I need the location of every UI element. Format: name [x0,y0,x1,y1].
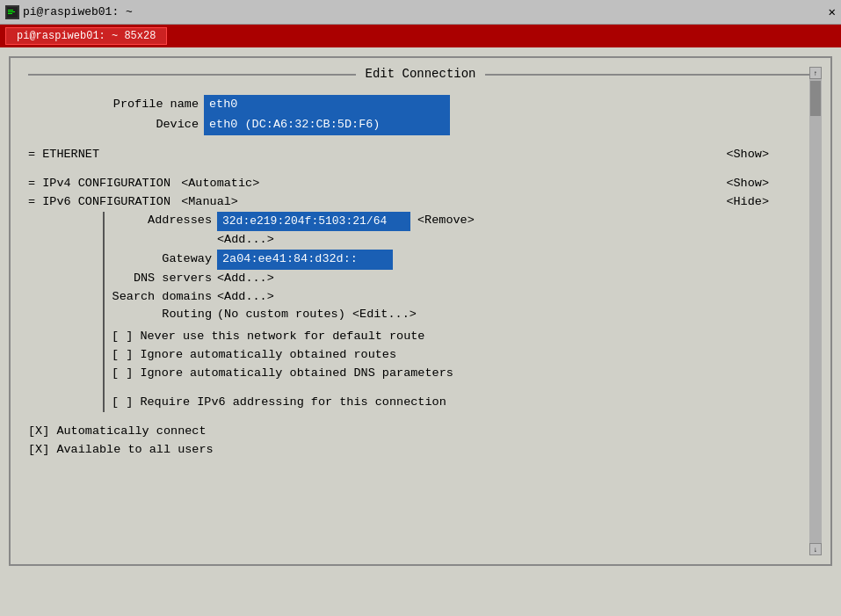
require-ipv6-row: [ ] Require IPv6 addressing for this con… [112,394,813,412]
ethernet-show[interactable]: <Show> [726,146,769,164]
dialog-title-bar: Edit Connection [28,67,813,81]
ipv6-content: Addresses 32d:e219:204f:5103:21/64 <Remo… [103,212,813,412]
terminal-area: Edit Connection Profile name eth0 Device… [0,47,841,616]
window: pi@raspiweb01: ~ ✕ pi@raspiweb01: ~ 85x2… [0,0,841,616]
addresses-value[interactable]: 32d:e219:204f:5103:21/64 [217,212,410,231]
profile-name-value[interactable]: eth0 [204,95,450,115]
ipv4-header: = IPv4 CONFIGURATION <Automatic> [28,175,259,193]
ignore-routes-checkbox[interactable]: [ ] Ignore automatically obtained routes [112,346,396,365]
ipv4-section: = IPv4 CONFIGURATION <Automatic> <Show> [28,175,795,193]
addresses-add[interactable]: <Add...> [217,231,274,250]
auto-connect-checkbox[interactable]: [X] Automatically connect [28,423,207,441]
scroll-up-arrow[interactable]: ↑ [809,67,822,79]
never-use-checkbox[interactable]: [ ] Never use this network for default r… [112,328,424,346]
title-bar-left: pi@raspiweb01: ~ [5,5,133,19]
ipv6-hide[interactable]: <Hide> [726,193,769,212]
ipv6-section: = IPv6 CONFIGURATION <Manual> <Hide> Add… [28,193,813,412]
gateway-row: Gateway 2a04:ee41:84:d32d:: [112,250,813,270]
dialog-title: Edit Connection [356,67,484,81]
ethernet-section: = ETHERNET <Show> [28,146,795,164]
ethernet-header: = ETHERNET [28,146,99,164]
addresses-remove[interactable]: <Remove> [417,212,475,230]
gateway-label: Gateway [112,250,217,269]
search-domains-row: Search domains <Add...> [112,288,813,307]
scrollbar-thumb[interactable] [810,81,821,116]
device-row: Device eth0 (DC:A6:32:CB:5D:F6) [28,115,813,135]
addresses-label: Addresses [112,212,217,230]
routing-row: Routing (No custom routes) <Edit...> [112,306,813,324]
search-domains-add[interactable]: <Add...> [217,288,274,307]
auto-connect-row: [X] Automatically connect [28,423,813,441]
dns-row: DNS servers <Add...> [112,270,813,288]
close-button[interactable]: ✕ [829,4,836,19]
dialog-box: Edit Connection Profile name eth0 Device… [9,56,832,566]
addresses-row: Addresses 32d:e219:204f:5103:21/64 <Remo… [112,212,813,231]
scrollbar[interactable]: ↑ ↓ [809,67,822,555]
title-bar: pi@raspiweb01: ~ ✕ [0,0,841,25]
gateway-value[interactable]: 2a04:ee41:84:d32d:: [217,250,393,270]
svg-rect-2 [8,11,15,12]
terminal-icon [5,5,19,19]
routing-value[interactable]: (No custom routes) <Edit...> [217,306,417,324]
ignore-routes-row: [ ] Ignore automatically obtained routes [112,346,813,365]
profile-name-label: Profile name [28,96,204,114]
never-use-row: [ ] Never use this network for default r… [112,328,813,346]
svg-rect-1 [8,10,13,11]
available-users-checkbox[interactable]: [X] Available to all users [28,441,214,460]
ipv6-header-row: = IPv6 CONFIGURATION <Manual> <Hide> [28,193,795,212]
scroll-down-arrow[interactable]: ↓ [809,543,822,555]
device-label: Device [28,116,204,134]
window-title: pi@raspiweb01: ~ [23,5,133,18]
ignore-dns-checkbox[interactable]: [ ] Ignore automatically obtained DNS pa… [112,365,453,383]
ipv6-header: = IPv6 CONFIGURATION <Manual> [28,193,238,212]
ipv4-show[interactable]: <Show> [726,175,769,193]
device-value[interactable]: eth0 (DC:A6:32:CB:5D:F6) [204,115,450,135]
terminal-tab[interactable]: pi@raspiweb01: ~ 85x28 [5,27,167,45]
ignore-dns-row: [ ] Ignore automatically obtained DNS pa… [112,365,813,383]
available-users-row: [X] Available to all users [28,441,813,460]
tab-bar: pi@raspiweb01: ~ 85x28 [0,25,841,47]
svg-rect-3 [8,13,12,14]
search-domains-label: Search domains [112,288,217,307]
routing-label: Routing [112,306,217,324]
addresses-add-row: <Add...> [112,231,813,250]
dns-label: DNS servers [112,270,217,288]
dns-add[interactable]: <Add...> [217,270,274,288]
profile-name-row: Profile name eth0 [28,95,813,115]
require-ipv6-checkbox[interactable]: [ ] Require IPv6 addressing for this con… [112,394,446,412]
